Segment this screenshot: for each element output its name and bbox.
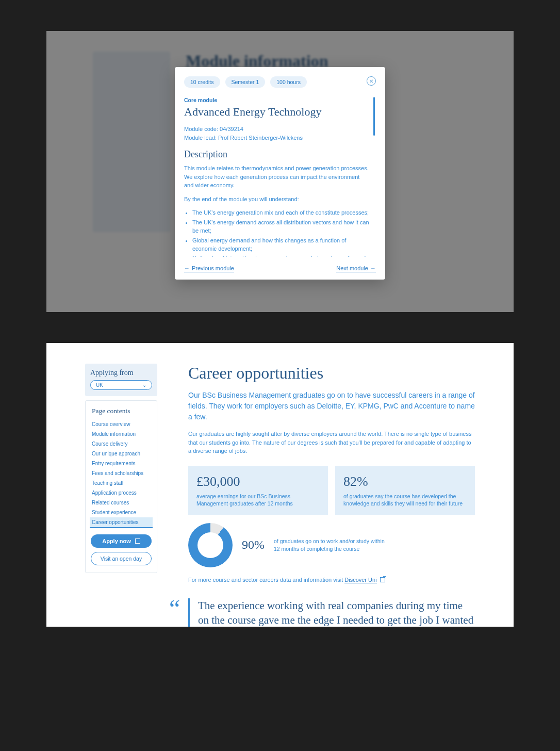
- outcomes-list: The UK's energy generation mix and each …: [184, 208, 370, 257]
- arrow-left-icon: ←: [184, 265, 190, 271]
- list-item: Global energy demand and how this change…: [192, 236, 370, 253]
- lead-paragraph: Our BSc Business Management graduates go…: [188, 390, 475, 422]
- toc-item[interactable]: Fees and scholarships: [86, 468, 157, 478]
- more-info-prefix: For more course and sector careers data …: [188, 577, 344, 583]
- stat-desc: average earnings for our BSc Business Ma…: [196, 493, 320, 508]
- career-page-screenshot: Applying from UK ⌄ Page contents Course …: [46, 343, 514, 627]
- page-title: Career opportunities: [188, 364, 475, 383]
- applying-from-label: Applying from: [90, 369, 152, 377]
- more-info-line: For more course and sector careers data …: [188, 577, 475, 583]
- module-title: Advanced Energy Technology: [184, 105, 370, 119]
- stat-skills: 82% of graduates say the course has deve…: [335, 466, 475, 515]
- previous-module-link[interactable]: ← Previous module: [184, 265, 234, 272]
- toc-item[interactable]: Our unique approach: [86, 449, 157, 459]
- arrow-right-icon: →: [370, 265, 376, 271]
- prev-label: Previous module: [192, 265, 234, 271]
- modal-scroll-body[interactable]: Core module Advanced Energy Technology M…: [184, 97, 376, 257]
- list-item: The UK's energy generation mix and each …: [192, 208, 370, 217]
- toc-item[interactable]: Course delivery: [86, 439, 157, 449]
- description-p2: By the end of the module you will unders…: [184, 195, 370, 204]
- sidebar: Applying from UK ⌄ Page contents Course …: [85, 364, 157, 627]
- applying-from-box: Applying from UK ⌄: [85, 364, 157, 396]
- page-contents-heading: Page contents: [86, 407, 157, 419]
- page-contents-nav: Page contents Course overviewModule info…: [85, 400, 157, 573]
- module-modal-screenshot: Module information 10 credits Semester 1…: [46, 31, 514, 312]
- open-day-button[interactable]: Visit an open day: [91, 552, 152, 565]
- external-link-icon: [135, 538, 140, 544]
- list-item: National and international energy system…: [192, 254, 370, 257]
- discover-uni-link[interactable]: Discover Uni: [344, 577, 376, 583]
- stat-value: £30,000: [196, 474, 320, 489]
- quote-text: The experience working with real compani…: [198, 598, 475, 627]
- stat-value: 82%: [343, 474, 467, 489]
- description-p1: This module relates to thermodynamics an…: [184, 164, 370, 190]
- stats-row: £30,000 average earnings for our BSc Bus…: [188, 466, 475, 515]
- toc-item[interactable]: Career opportunities: [90, 517, 153, 528]
- toc-item[interactable]: Related courses: [86, 498, 157, 508]
- donut-stat-row: 90% of graduates go on to work and/or st…: [188, 523, 475, 567]
- apply-now-button[interactable]: Apply now: [91, 534, 152, 548]
- module-code: Module code: 04/39214: [184, 125, 370, 134]
- region-dropdown[interactable]: UK ⌄: [90, 380, 152, 390]
- pill-hours: 100 hours: [270, 76, 307, 88]
- donut-description: of graduates go on to work and/or study …: [274, 537, 387, 552]
- body-paragraph: Our graduates are highly sought after by…: [188, 430, 475, 455]
- chevron-down-icon: ⌄: [142, 382, 146, 388]
- toc-item[interactable]: Student experience: [86, 508, 157, 517]
- pill-semester: Semester 1: [225, 76, 266, 88]
- module-lead: Module lead: Prof Robert Steinberger-Wil…: [184, 134, 370, 142]
- pill-row: 10 credits Semester 1 100 hours: [184, 76, 307, 88]
- dropdown-value: UK: [96, 382, 103, 388]
- description-heading: Description: [184, 149, 370, 160]
- quote-mark-icon: “: [169, 596, 180, 621]
- toc-item[interactable]: Module information: [86, 429, 157, 439]
- donut-percentage: 90%: [242, 538, 265, 552]
- toc-item[interactable]: Entry requirements: [86, 459, 157, 468]
- module-type-label: Core module: [184, 97, 370, 103]
- external-link-icon: [380, 577, 385, 582]
- donut-chart: [188, 523, 233, 567]
- testimonial-quote: “ The experience working with real compa…: [188, 598, 475, 627]
- list-item: The UK's energy demand across all distri…: [192, 218, 370, 235]
- main-content: Career opportunities Our BSc Business Ma…: [188, 364, 475, 627]
- toc-item[interactable]: Course overview: [86, 419, 157, 429]
- stat-earnings: £30,000 average earnings for our BSc Bus…: [188, 466, 328, 515]
- next-module-link[interactable]: Next module →: [336, 265, 376, 272]
- close-icon[interactable]: ✕: [367, 76, 376, 86]
- toc-item[interactable]: Application process: [86, 488, 157, 498]
- pill-credits: 10 credits: [184, 76, 220, 88]
- stat-desc: of graduates say the course has develope…: [343, 493, 467, 508]
- toc-item[interactable]: Teaching staff: [86, 478, 157, 488]
- next-label: Next module: [336, 265, 368, 271]
- module-modal: 10 credits Semester 1 100 hours ✕ Core m…: [175, 67, 385, 280]
- apply-label: Apply now: [102, 538, 131, 544]
